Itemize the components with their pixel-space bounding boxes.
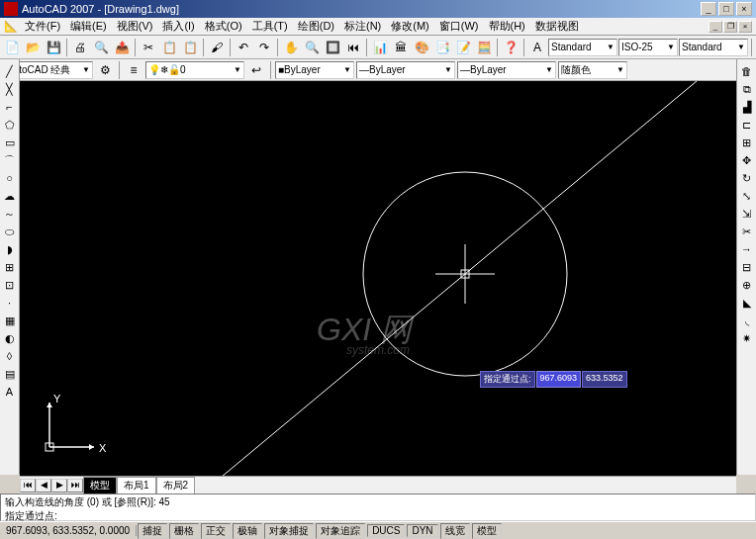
mtext-icon[interactable]: A [2,384,18,400]
region-icon[interactable]: ◊ [2,348,18,364]
tab-prev-button[interactable]: ◀ [36,479,51,493]
menu-format[interactable]: 格式(O) [200,19,247,34]
line-icon[interactable]: ╱ [2,63,18,79]
snap-toggle[interactable]: 捕捉 [138,523,167,539]
menu-tools[interactable]: 工具(T) [247,19,293,34]
zoom-window-icon[interactable]: 🔲 [323,38,342,57]
minimize-button[interactable]: _ [701,2,716,16]
ortho-toggle[interactable]: 正交 [201,523,231,539]
polygon-icon[interactable]: ⬠ [2,117,18,133]
text-icon[interactable]: A [527,38,547,57]
circle-icon[interactable]: ○ [2,170,18,186]
osnap-toggle[interactable]: 对象捕捉 [264,523,314,539]
trim-icon[interactable]: ✂ [739,224,755,239]
zoom-prev-icon[interactable]: ⏮ [343,38,363,57]
menu-insert[interactable]: 插入(I) [157,19,199,34]
print-icon[interactable]: 🖨 [70,38,90,57]
hatch-icon[interactable]: ▦ [2,313,18,328]
erase-icon[interactable]: 🗑 [739,63,755,79]
revcloud-icon[interactable]: ☁ [2,188,18,204]
makeblock-icon[interactable]: ⊡ [2,277,18,293]
rotate-icon[interactable]: ↻ [739,170,755,186]
color-dropdown[interactable]: ■ ByLayer▼ [275,61,354,79]
arc-icon[interactable]: ⌒ [2,152,18,168]
extend-icon[interactable]: → [739,241,755,257]
copy-icon[interactable]: 📋 [159,38,179,57]
maximize-button[interactable]: □ [718,2,734,16]
tab-model[interactable]: 模型 [83,477,117,494]
doc-restore-button[interactable]: ❐ [723,21,737,33]
dimstyle-dropdown[interactable]: ISO-25▼ [618,39,678,56]
polar-toggle[interactable]: 极轴 [233,523,262,539]
mirror-icon[interactable]: ▟ [739,99,755,115]
explode-icon[interactable]: ✷ [739,330,755,346]
calc-icon[interactable]: 🧮 [474,38,494,57]
workspace-settings-icon[interactable]: ⚙ [95,60,115,80]
stretch-icon[interactable]: ⇲ [739,206,755,222]
array-icon[interactable]: ⊞ [739,135,755,150]
save-icon[interactable]: 💾 [44,38,63,57]
tab-first-button[interactable]: ⏮ [20,479,36,493]
tab-last-button[interactable]: ⏭ [67,479,83,493]
menu-modify[interactable]: 修改(M) [386,19,434,34]
join-icon[interactable]: ⊕ [739,277,755,293]
linetype-dropdown[interactable]: — ByLayer▼ [356,61,455,79]
plotstyle-dropdown[interactable]: 随颜色▼ [558,61,627,79]
layer-icon[interactable]: ≡ [124,60,143,80]
ellipse-icon[interactable]: ⬭ [2,224,18,239]
menu-file[interactable]: 文件(F) [20,19,65,34]
menu-dataview[interactable]: 数据视图 [530,19,584,34]
dyn-toggle[interactable]: DYN [407,524,437,537]
ellipsearc-icon[interactable]: ◗ [2,241,18,257]
menu-edit[interactable]: 编辑(E) [65,19,112,34]
menu-dim[interactable]: 标注(N) [339,19,386,34]
preview-icon[interactable]: 🔍 [91,38,111,57]
toolpalette-icon[interactable]: 🎨 [412,38,431,57]
ducs-toggle[interactable]: DUCS [367,524,405,537]
table-icon[interactable]: ▤ [2,366,18,382]
doc-minimize-button[interactable]: _ [709,21,722,33]
model-canvas[interactable]: GXI 网 system.com 指定通过点: 967.6093 633.535… [20,81,736,477]
command-window[interactable]: 输入构造线的角度 (0) 或 [参照(R)]: 45 指定通过点: [0,494,756,521]
open-icon[interactable]: 📂 [23,38,43,57]
matchprop-icon[interactable]: 🖌 [207,38,227,57]
markup-icon[interactable]: 📝 [453,38,473,57]
properties-icon[interactable]: 📊 [370,38,390,57]
grid-toggle[interactable]: 栅格 [169,523,199,539]
tablestyle-dropdown[interactable]: Standard▼ [679,39,748,56]
polyline-icon[interactable]: ⌐ [2,99,18,115]
textstyle-dropdown[interactable]: Standard▼ [548,39,617,56]
scale-icon[interactable]: ⤡ [739,188,755,204]
spline-icon[interactable]: ～ [2,206,18,222]
designcenter-icon[interactable]: 🏛 [391,38,411,57]
copy-obj-icon[interactable]: ⧉ [739,81,755,97]
paste-icon[interactable]: 📋 [180,38,200,57]
tab-layout2[interactable]: 布局2 [156,477,196,494]
move-icon[interactable]: ✥ [739,152,755,168]
point-icon[interactable]: · [2,295,18,311]
xline-icon[interactable]: ╳ [2,81,18,97]
doc-close-button[interactable]: × [738,21,752,33]
tab-layout1[interactable]: 布局1 [117,477,156,494]
close-button[interactable]: × [736,2,752,16]
tab-next-button[interactable]: ▶ [51,479,67,493]
sheetset-icon[interactable]: 📑 [432,38,452,57]
otrack-toggle[interactable]: 对象追踪 [316,523,365,539]
chamfer-icon[interactable]: ◣ [739,295,755,311]
offset-icon[interactable]: ⊏ [739,117,755,133]
publish-icon[interactable]: 📤 [112,38,132,57]
undo-icon[interactable]: ↶ [234,38,253,57]
modelspace-toggle[interactable]: 模型 [472,523,502,539]
menu-help[interactable]: 帮助(H) [484,19,530,34]
lineweight-dropdown[interactable]: — ByLayer▼ [457,61,556,79]
new-icon[interactable]: 📄 [2,38,22,57]
cut-icon[interactable]: ✂ [139,38,158,57]
layerprev-icon[interactable]: ↩ [246,60,266,80]
rectangle-icon[interactable]: ▭ [2,135,18,150]
coords-display[interactable]: 967.6093, 633.5352, 0.0000 [0,525,137,536]
layer-dropdown[interactable]: 💡❄🔓 0▼ [145,61,244,79]
fillet-icon[interactable]: ◟ [739,313,755,328]
zoom-icon[interactable]: 🔍 [302,38,322,57]
gradient-icon[interactable]: ◐ [2,330,18,346]
menu-window[interactable]: 窗口(W) [434,19,484,34]
